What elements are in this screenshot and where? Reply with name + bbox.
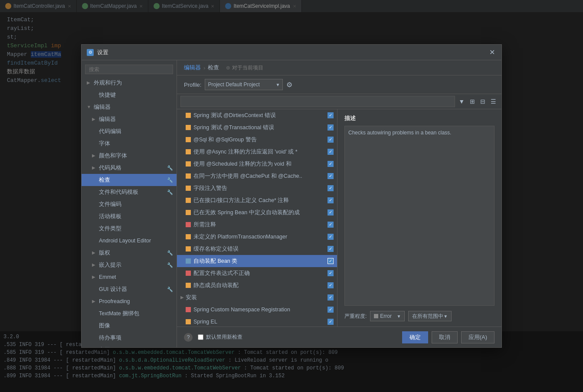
scope-dropdown-arrow: ▼: [443, 314, 448, 319]
description-title: 描述: [344, 114, 495, 122]
severity-select[interactable]: Error ▼: [370, 311, 405, 321]
sidebar-label-todo: 待办事项: [99, 333, 121, 343]
filter-button[interactable]: ▼: [457, 97, 466, 106]
settings-dialog: ⚙ 设置 ✕ ▶ 外观和行为 快捷键 ▼ 编辑器: [81, 44, 502, 348]
sidebar-item-proofreading[interactable]: ▶ Proofreading: [82, 295, 177, 307]
sidebar-item-file-encoding[interactable]: 文件编码: [82, 198, 177, 210]
profile-select[interactable]: Project Default Project ▼: [205, 79, 283, 90]
insp-label-sched: 使用 @Scheduled 注释的方法为 void 和: [193, 159, 292, 169]
insp-invalid-bean[interactable]: 已在无效 Spring Bean 中定义自动装配的成 ✓: [177, 206, 337, 219]
sidebar-item-editor-group[interactable]: ▼ 编辑器: [82, 101, 177, 113]
scope-select[interactable]: 在所有范围中 ▼: [408, 311, 452, 321]
help-button[interactable]: ?: [184, 333, 193, 342]
insp-label-ptx: 未定义的 PlatformTransactionManager: [193, 232, 287, 242]
sidebar-item-intention[interactable]: 意图: [82, 344, 177, 347]
settings-sidebar: ▶ 外观和行为 快捷键 ▼ 编辑器 ▶ 编辑器 代码编辑: [82, 60, 177, 347]
sidebar-item-android-layout[interactable]: Android Layout Editor: [82, 235, 177, 247]
sidebar-item-images[interactable]: 图像: [82, 320, 177, 332]
sidebar-item-file-types[interactable]: 文件类型: [82, 222, 177, 235]
insp-required-anno[interactable]: 所需注释 ✓: [177, 219, 337, 231]
insp-check-async[interactable]: ✓: [328, 149, 334, 155]
arrow-icon-code-style: ▶: [92, 163, 97, 173]
sidebar-item-appearance[interactable]: ▶ 外观和行为: [82, 77, 177, 89]
insp-check-sql[interactable]: ✓: [328, 137, 334, 143]
sidebar-item-file-template[interactable]: 文件和代码模板 🔧: [82, 186, 177, 198]
insp-field-inject[interactable]: 字段注入警告 ✓: [177, 182, 337, 194]
sidebar-item-keymap[interactable]: 快捷键: [82, 89, 177, 101]
sidebar-item-inspection[interactable]: 检查 🔧: [82, 174, 177, 186]
insp-cache-annotation[interactable]: 已在接口/接口方法上定义 Cache* 注释 ✓: [177, 194, 337, 206]
insp-color-ptx: [186, 234, 191, 239]
insp-check-dirties[interactable]: ✓: [328, 112, 334, 118]
sidebar-item-copyright[interactable]: ▶ 版权 🔧: [82, 247, 177, 259]
sidebar-item-textmate[interactable]: TextMate 捆绑包: [82, 307, 177, 320]
insp-check-install[interactable]: ✓: [328, 294, 334, 301]
insp-label-inv-bean: 已在无效 Spring Bean 中定义自动装配的成: [193, 208, 300, 217]
severity-dropdown-arrow: ▼: [396, 314, 401, 319]
sidebar-item-color-font[interactable]: ▶ 颜色和字体: [82, 150, 177, 162]
sidebar-item-live-templates[interactable]: 活动模板: [82, 210, 177, 222]
insp-check-static[interactable]: ✓: [328, 282, 334, 288]
insp-cache-name[interactable]: 缓存名称定义错误 ✓: [177, 243, 337, 255]
insp-check-field[interactable]: ✓: [328, 185, 334, 191]
cancel-button[interactable]: 取消: [432, 331, 458, 343]
sidebar-label-color-font: 颜色和字体: [99, 151, 127, 160]
insp-static-member[interactable]: 静态成员自动装配 ✓: [177, 279, 337, 291]
profile-row: Profile: Project Default Project ▼ ⚙: [177, 75, 501, 94]
inspection-icon: 🔧: [167, 175, 173, 185]
severity-label: 严重程度:: [344, 313, 367, 320]
sidebar-item-font[interactable]: 字体: [82, 137, 177, 150]
insp-label-async: 使用 @Async 注释的方法应返回 'void' 或 *: [193, 147, 298, 157]
sidebar-search-input[interactable]: [85, 65, 173, 74]
insp-check-profile[interactable]: ✓: [328, 270, 334, 276]
insp-check-trans[interactable]: ✓: [328, 124, 334, 131]
insp-async[interactable]: 使用 @Async 注释的方法应返回 'void' 或 * ✓: [177, 146, 337, 158]
insp-cacheput[interactable]: 在同一方法中使用 @CachePut 和 @Cache.. ✓: [177, 170, 337, 182]
inspections-search-input[interactable]: [180, 96, 455, 107]
gui-icon: 🔧: [167, 284, 173, 294]
insp-sql-group[interactable]: @Sql 和 @SqlGroup 警告 ✓: [177, 134, 337, 146]
insp-check-auto[interactable]: ✓: [328, 258, 334, 264]
insp-platform-tx[interactable]: 未定义的 PlatformTransactionManager ✓: [177, 231, 337, 243]
insp-spring-el[interactable]: Spring EL ✓: [177, 316, 337, 327]
expand-button[interactable]: ⊞: [468, 97, 477, 106]
insp-check-inv-bean[interactable]: ✓: [328, 209, 334, 216]
insp-check-sched[interactable]: ✓: [328, 161, 334, 167]
collapse-button[interactable]: ⊟: [478, 97, 487, 106]
insp-check-ns[interactable]: ✓: [328, 307, 334, 313]
confirm-button[interactable]: 确定: [402, 331, 428, 343]
insp-dirties-context[interactable]: Spring 测试 @DirtiesContext 错误 ✓: [177, 109, 337, 121]
sidebar-item-inlay-hints[interactable]: ▶ 嵌入提示 🔧: [82, 259, 177, 271]
arrow-icon-copyright: ▶: [92, 248, 97, 258]
insp-check-cname[interactable]: ✓: [328, 246, 334, 252]
insp-check-cache-ann[interactable]: ✓: [328, 197, 334, 203]
insp-check-req[interactable]: ✓: [328, 222, 334, 228]
breadcrumb-badge: ⊙ 对于当前项目: [226, 64, 263, 72]
profile-gear-icon[interactable]: ⚙: [286, 81, 292, 89]
menu-button[interactable]: ☰: [489, 97, 498, 106]
sidebar-item-code-style[interactable]: ▶ 代码风格 🔧: [82, 162, 177, 174]
sidebar-item-gui[interactable]: GUI 设计器 🔧: [82, 283, 177, 295]
dialog-close-button[interactable]: ✕: [488, 48, 496, 57]
insp-check-ptx[interactable]: ✓: [328, 234, 334, 240]
insp-custom-namespace[interactable]: Spring Custom Namespace Registration ✓: [177, 304, 337, 316]
sidebar-item-emmet[interactable]: ▶ Emmet: [82, 271, 177, 283]
insp-scheduled[interactable]: 使用 @Scheduled 注释的方法为 void 和 ✓: [177, 158, 337, 170]
footer-checkbox-label[interactable]: 默认禁用新检查: [198, 333, 242, 341]
footer-checkbox-input[interactable]: [198, 334, 203, 340]
insp-profile-expr[interactable]: 配置文件表达式不正确 ✓: [177, 267, 337, 279]
breadcrumb-editor[interactable]: 编辑器: [184, 64, 201, 72]
insp-group-install[interactable]: ▶ 安装 ✓: [177, 291, 337, 304]
group-arrow-install: ▶: [180, 293, 184, 302]
sidebar-item-editor[interactable]: ▶ 编辑器: [82, 113, 177, 125]
insp-autowire-bean[interactable]: 自动装配 Bean 类 ✓: [177, 255, 337, 267]
insp-check-cacheput[interactable]: ✓: [328, 173, 334, 179]
insp-check-el[interactable]: ✓: [328, 319, 334, 325]
sidebar-label-file-types: 文件类型: [99, 224, 121, 233]
sidebar-item-todo[interactable]: 待办事项: [82, 332, 177, 344]
insp-transactional[interactable]: Spring 测试 @Transactional 错误 ✓: [177, 121, 337, 134]
apply-button[interactable]: 应用(A): [461, 331, 495, 343]
insp-color-cacheput: [186, 173, 191, 179]
severity-color-indicator: [374, 314, 378, 318]
sidebar-item-code-edit[interactable]: 代码编辑: [82, 125, 177, 137]
